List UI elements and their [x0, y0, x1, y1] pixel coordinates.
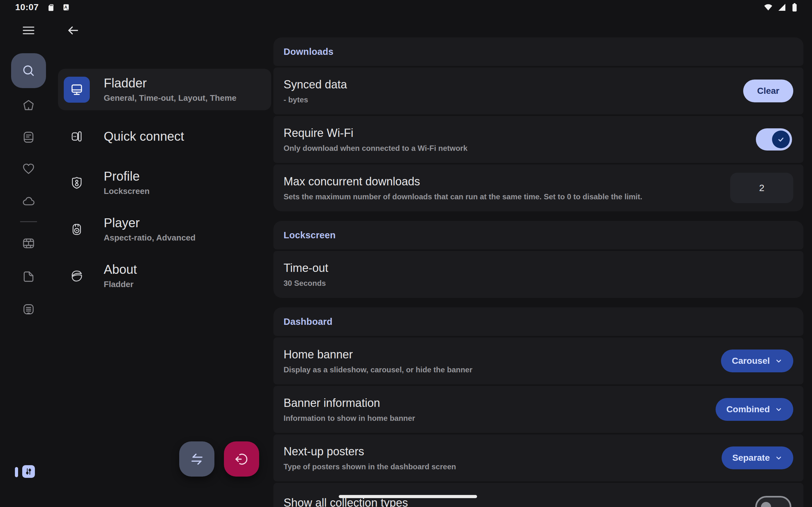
section-header-downloads: Downloads — [273, 38, 803, 66]
setting-title: Home banner — [284, 348, 472, 361]
menu-item-about[interactable]: About Fladder — [58, 255, 271, 297]
setting-title: Require Wi-Fi — [284, 126, 467, 140]
dropdown-value: Carousel — [732, 356, 770, 366]
wifi-icon — [763, 2, 774, 12]
menu-item-title: Quick connect — [104, 129, 184, 143]
media-grid-icon[interactable] — [20, 234, 38, 252]
setting-row-max-downloads[interactable]: Max concurrent downloads Sets the maximu… — [273, 164, 803, 211]
file-icon[interactable] — [20, 268, 38, 285]
search-icon — [20, 63, 37, 78]
setting-subtitle: Sets the maximum number of downloads tha… — [284, 192, 642, 201]
setting-subtitle: Information to show in home banner — [284, 414, 415, 423]
home-icon[interactable] — [20, 97, 38, 114]
back-button[interactable] — [65, 23, 81, 38]
setting-subtitle: Display as a slideshow, carousel, or hid… — [284, 365, 472, 374]
menu-item-profile[interactable]: Profile Lockscreen — [58, 162, 271, 204]
status-left-icons: A — [46, 3, 70, 12]
logout-button[interactable] — [224, 441, 259, 476]
app-a-letter: A — [64, 5, 67, 9]
status-bar: 10:07 A — [0, 0, 812, 14]
back-arrow-icon — [66, 23, 80, 38]
setting-row-synced-data[interactable]: Synced data - bytes Clear — [273, 67, 803, 114]
corner-badge — [15, 465, 35, 478]
cellular-icon — [776, 2, 787, 12]
quick-connect-icon — [64, 123, 90, 149]
setting-subtitle: Only download when connected to a Wi-Fi … — [284, 144, 467, 153]
section-header-lockscreen: Lockscreen — [273, 221, 803, 249]
setting-row-timeout[interactable]: Time-out 30 Seconds — [273, 251, 803, 298]
section-header-label: Dashboard — [284, 317, 333, 327]
setting-title: Synced data — [284, 78, 347, 91]
setting-row-home-banner[interactable]: Home banner Display as a slideshow, caro… — [273, 337, 803, 384]
setting-row-nextup-posters[interactable]: Next-up posters Type of posters shown in… — [273, 435, 803, 481]
battery-icon — [790, 2, 799, 13]
settings-content: Downloads Synced data - bytes Clear Requ… — [273, 38, 803, 507]
setting-subtitle: 30 Seconds — [284, 279, 328, 288]
chevron-down-icon — [775, 357, 782, 365]
profile-badge-icon — [64, 170, 90, 196]
gesture-nav-pill[interactable] — [339, 495, 477, 498]
search-button-active[interactable] — [11, 53, 46, 88]
section-header-label: Lockscreen — [284, 230, 336, 240]
menu-item-quick-connect[interactable]: Quick connect — [58, 115, 271, 157]
menu-item-subtitle: Lockscreen — [104, 186, 150, 196]
menu-icon[interactable] — [20, 21, 38, 39]
cloud-sync-icon[interactable] — [20, 192, 38, 210]
setting-title: Banner information — [284, 396, 415, 410]
status-time: 10:07 — [15, 2, 39, 12]
fladder-logo-icon — [64, 263, 90, 289]
setting-subtitle: Type of posters shown in the dashboard s… — [284, 462, 456, 471]
setting-row-require-wifi[interactable]: Require Wi-Fi Only download when connect… — [273, 116, 803, 163]
setting-title: Next-up posters — [284, 445, 456, 458]
app-a-icon: A — [61, 3, 70, 12]
menu-item-title: Player — [104, 216, 195, 230]
monitor-icon — [64, 77, 90, 103]
chevron-down-icon — [775, 454, 782, 462]
section-header-dashboard: Dashboard — [273, 307, 803, 336]
menu-item-fladder[interactable]: Fladder General, Time-out, Layout, Theme — [58, 69, 271, 110]
favorites-heart-icon[interactable] — [20, 160, 38, 178]
settings-menu: Fladder General, Time-out, Layout, Theme… — [58, 69, 271, 302]
setting-row-banner-information[interactable]: Banner information Information to show i… — [273, 386, 803, 433]
transfer-button[interactable] — [179, 441, 214, 476]
show-all-collection-types-toggle[interactable] — [755, 496, 792, 507]
rail-divider — [20, 221, 37, 222]
menu-item-title: About — [104, 262, 137, 276]
filter-sliders-icon[interactable] — [22, 465, 35, 478]
home-banner-dropdown[interactable]: Carousel — [721, 349, 793, 372]
dropdown-value: Separate — [732, 453, 770, 463]
logout-icon — [234, 451, 250, 467]
nextup-posters-dropdown[interactable]: Separate — [722, 447, 793, 469]
menu-item-title: Profile — [104, 169, 150, 183]
menu-item-subtitle: General, Time-out, Layout, Theme — [104, 93, 237, 103]
menu-item-subtitle: Fladder — [104, 279, 137, 289]
sd-card-icon — [46, 3, 55, 12]
toggle-thumb — [772, 130, 790, 148]
toggle-thumb — [761, 502, 771, 507]
library-icon[interactable] — [20, 128, 38, 146]
clear-button[interactable]: Clear — [743, 79, 793, 102]
require-wifi-toggle[interactable] — [756, 128, 792, 151]
dropdown-value: Combined — [726, 404, 770, 414]
check-icon — [776, 135, 785, 144]
status-right-icons — [763, 2, 799, 13]
player-remote-icon — [64, 216, 90, 242]
setting-subtitle: - bytes — [284, 95, 347, 104]
menu-item-subtitle: Aspect-ratio, Advanced — [104, 233, 195, 243]
setting-title: Max concurrent downloads — [284, 175, 642, 188]
collections-icon[interactable] — [20, 300, 38, 318]
max-downloads-value[interactable]: 2 — [730, 173, 793, 203]
transfer-icon — [189, 451, 205, 467]
section-header-label: Downloads — [284, 47, 334, 57]
menu-item-title: Fladder — [104, 76, 237, 90]
corner-indicator-pill — [15, 467, 18, 477]
setting-title: Time-out — [284, 262, 328, 275]
banner-information-dropdown[interactable]: Combined — [716, 398, 793, 421]
menu-item-player[interactable]: Player Aspect-ratio, Advanced — [58, 209, 271, 250]
chevron-down-icon — [775, 406, 782, 413]
